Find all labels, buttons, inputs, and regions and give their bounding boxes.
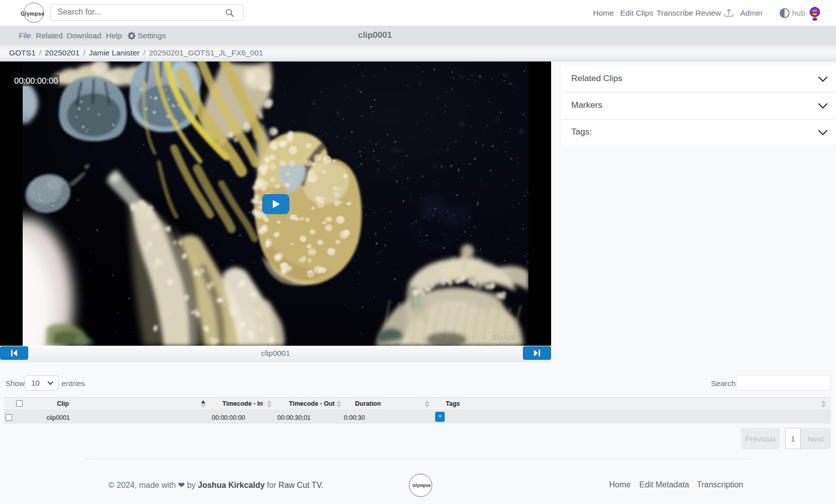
svg-text:sh.us: sh.us <box>492 332 515 342</box>
